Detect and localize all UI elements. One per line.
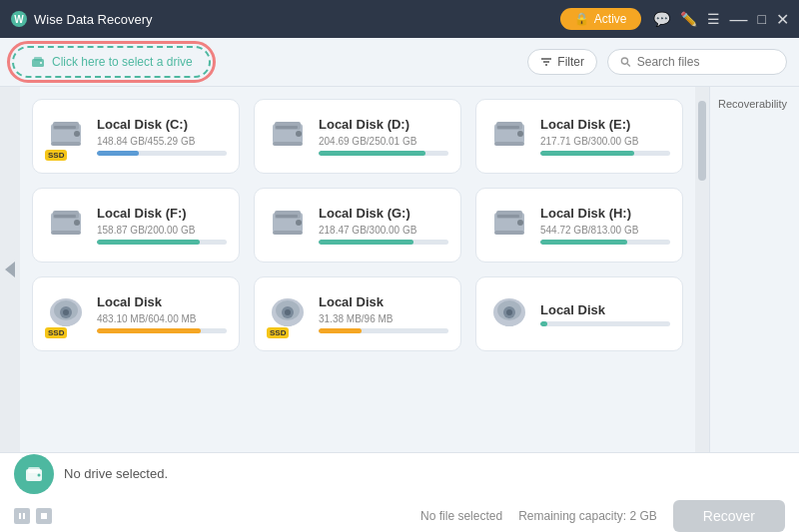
svg-rect-22: [497, 126, 519, 129]
pause-button[interactable]: [14, 508, 30, 524]
drive-usage: 217.71 GB/300.00 GB: [540, 136, 670, 147]
chat-icon[interactable]: 💬: [653, 11, 670, 27]
drive-name: Local Disk (F:): [97, 206, 227, 221]
drive-info: Local Disk 31.38 MB/96 MB: [319, 294, 448, 333]
drive-usage: 158.87 GB/200.00 GB: [97, 225, 227, 236]
svg-line-9: [627, 64, 630, 67]
close-button[interactable]: ✕: [776, 10, 789, 29]
hdd-icon: [488, 203, 530, 245]
status-bar-top: No drive selected.: [14, 454, 785, 494]
svg-rect-59: [23, 513, 25, 519]
drive-card[interactable]: Local Disk (F:) 158.87 GB/200.00 GB: [32, 188, 240, 263]
search-input[interactable]: [637, 55, 774, 69]
svg-rect-27: [54, 215, 76, 218]
drive-icon-wrap: [488, 291, 530, 336]
svg-point-8: [621, 58, 627, 64]
svg-rect-56: [28, 467, 40, 473]
ssd-badge: SSD: [267, 327, 289, 338]
drive-info: Local Disk (D:) 204.69 GB/250.01 GB: [319, 117, 448, 156]
svg-rect-39: [494, 231, 524, 235]
drive-usage: 483.10 MB/604.00 MB: [97, 313, 227, 324]
drive-icon-wrap: SSD: [45, 291, 87, 336]
recover-button[interactable]: Recover: [673, 500, 785, 532]
progress-bar: [97, 151, 227, 156]
drive-name: Local Disk (C:): [97, 117, 227, 132]
svg-rect-29: [51, 231, 81, 235]
drive-card[interactable]: Local Disk (E:) 217.71 GB/300.00 GB: [475, 99, 683, 174]
svg-point-43: [63, 309, 69, 315]
recoverability-label: Recoverability: [718, 98, 787, 110]
drive-card[interactable]: Local Disk (H:) 544.72 GB/813.00 GB: [475, 188, 683, 263]
left-arrow-icon: [5, 262, 15, 277]
drive-icon-wrap: SSD: [267, 291, 309, 336]
svg-point-13: [74, 131, 80, 137]
drive-card[interactable]: Local Disk: [475, 276, 683, 351]
drive-info: Local Disk (F:) 158.87 GB/200.00 GB: [97, 206, 227, 245]
usb-drive-icon: [488, 291, 530, 333]
svg-rect-32: [276, 215, 298, 218]
pause-icon: [18, 512, 26, 520]
drive-status-icon: [14, 454, 54, 494]
app-logo: W: [10, 10, 28, 28]
drive-icon-wrap: [267, 203, 309, 248]
stop-button[interactable]: [36, 508, 52, 524]
progress-bar: [319, 240, 448, 245]
drive-card[interactable]: SSD Local Disk (C:) 148.84 GB/455.29 GB: [32, 99, 240, 174]
title-bar: W Wise Data Recovery 🔒 Active 💬 ✏️ ☰ — □…: [0, 0, 799, 38]
progress-fill: [97, 328, 201, 333]
hdd-icon: [488, 114, 530, 156]
search-box[interactable]: [607, 49, 787, 75]
scroll-thumb[interactable]: [698, 101, 706, 181]
drive-name: Local Disk: [97, 294, 227, 309]
progress-bar: [319, 328, 448, 333]
drive-info: Local Disk (H:) 544.72 GB/813.00 GB: [540, 206, 670, 245]
disk-icon: [23, 463, 45, 485]
status-bar: No drive selected. No file selected Rema…: [0, 452, 799, 532]
svg-point-23: [517, 131, 523, 137]
drive-icon-wrap: [45, 203, 87, 248]
svg-point-33: [296, 220, 302, 226]
drives-panel: SSD Local Disk (C:) 148.84 GB/455.29 GB: [20, 87, 695, 452]
svg-rect-44: [62, 321, 70, 326]
drive-icon-wrap: [488, 114, 530, 159]
active-button[interactable]: 🔒 Active: [560, 8, 641, 30]
bottom-controls: [14, 508, 52, 524]
svg-point-38: [517, 220, 523, 226]
drive-card[interactable]: SSD Local Disk 483.10 MB/604.00 MB: [32, 276, 240, 351]
svg-point-28: [74, 220, 80, 226]
svg-rect-37: [497, 215, 519, 218]
select-drive-button[interactable]: Click here to select a drive: [12, 46, 211, 78]
ssd-badge: SSD: [45, 327, 67, 338]
menu-icon[interactable]: ☰: [707, 11, 720, 27]
scrollbar[interactable]: [695, 87, 709, 452]
svg-rect-24: [494, 142, 524, 146]
svg-rect-17: [276, 126, 298, 129]
drives-grid: SSD Local Disk (C:) 148.84 GB/455.29 GB: [32, 99, 683, 351]
status-bar-bottom: No file selected Remaining capacity: 2 G…: [14, 500, 785, 532]
drive-usage: 544.72 GB/813.00 GB: [540, 225, 670, 236]
svg-point-18: [296, 131, 302, 137]
progress-bar: [540, 240, 670, 245]
progress-fill: [97, 151, 139, 156]
drive-card[interactable]: Local Disk (D:) 204.69 GB/250.01 GB: [254, 99, 461, 174]
drive-info: Local Disk 483.10 MB/604.00 MB: [97, 294, 227, 333]
minimize-button[interactable]: —: [730, 10, 748, 28]
filter-icon: [540, 56, 552, 68]
drive-name: Local Disk: [540, 302, 670, 317]
svg-rect-34: [273, 231, 303, 235]
drive-icon-wrap: SSD: [45, 114, 87, 159]
drive-usage: 204.69 GB/250.01 GB: [319, 136, 448, 147]
drive-card[interactable]: Local Disk (G:) 218.47 GB/300.00 GB: [254, 188, 461, 263]
progress-bar: [540, 151, 670, 156]
svg-point-57: [38, 473, 41, 476]
drive-usage: 148.84 GB/455.29 GB: [97, 136, 227, 147]
maximize-button[interactable]: □: [758, 11, 766, 27]
progress-bar: [540, 321, 670, 326]
drive-card[interactable]: SSD Local Disk 31.38 MB/96 MB: [254, 276, 461, 351]
drive-icon-wrap: [267, 114, 309, 159]
svg-point-4: [40, 62, 42, 64]
ssd-badge: SSD: [45, 150, 67, 161]
svg-rect-54: [505, 321, 513, 326]
filter-button[interactable]: Filter: [527, 49, 597, 75]
edit-icon[interactable]: ✏️: [680, 11, 697, 27]
